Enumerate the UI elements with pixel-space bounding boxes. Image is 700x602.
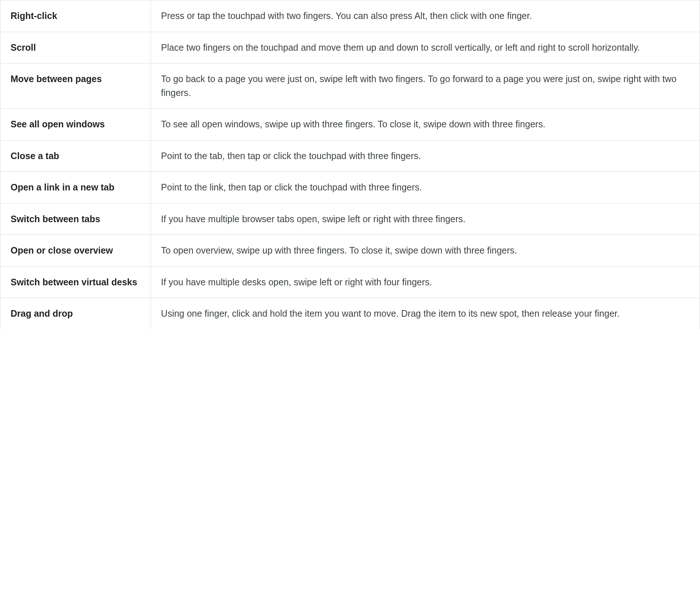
gesture-name-cell: See all open windows: [0, 109, 151, 140]
gesture-desc-cell: Point to the link, then tap or click the…: [151, 172, 700, 204]
gesture-name-cell: Drag and drop: [0, 298, 151, 329]
gesture-name-cell: Close a tab: [0, 140, 151, 172]
table-row: Close a tab Point to the tab, then tap o…: [0, 140, 700, 172]
table-row: Open or close overview To open overview,…: [0, 235, 700, 267]
gesture-name-cell: Open or close overview: [0, 235, 151, 267]
gesture-desc-cell: Place two fingers on the touchpad and mo…: [151, 32, 700, 63]
gesture-name-cell: Switch between virtual desks: [0, 266, 151, 298]
table-row: Switch between virtual desks If you have…: [0, 266, 700, 298]
table-row: Open a link in a new tab Point to the li…: [0, 172, 700, 204]
gesture-desc-cell: To see all open windows, swipe up with t…: [151, 109, 700, 140]
table-row: Right-click Press or tap the touchpad wi…: [0, 0, 700, 32]
gesture-desc-cell: If you have multiple browser tabs open, …: [151, 203, 700, 235]
gesture-name-cell: Open a link in a new tab: [0, 172, 151, 204]
table-row: Scroll Place two fingers on the touchpad…: [0, 32, 700, 63]
gesture-desc-cell: Press or tap the touchpad with two finge…: [151, 0, 700, 32]
gesture-desc-cell: Point to the tab, then tap or click the …: [151, 140, 700, 172]
table-row: See all open windows To see all open win…: [0, 109, 700, 140]
gestures-table-body: Right-click Press or tap the touchpad wi…: [0, 0, 700, 329]
gesture-name-cell: Right-click: [0, 0, 151, 32]
gesture-name-cell: Scroll: [0, 32, 151, 63]
table-row: Drag and drop Using one finger, click an…: [0, 298, 700, 329]
gesture-name-cell: Move between pages: [0, 63, 151, 109]
gesture-desc-cell: To go back to a page you were just on, s…: [151, 63, 700, 109]
gesture-desc-cell: To open overview, swipe up with three fi…: [151, 235, 700, 267]
gesture-name-cell: Switch between tabs: [0, 203, 151, 235]
table-row: Switch between tabs If you have multiple…: [0, 203, 700, 235]
gestures-table: Right-click Press or tap the touchpad wi…: [0, 0, 700, 329]
gesture-desc-cell: Using one finger, click and hold the ite…: [151, 298, 700, 329]
table-row: Move between pages To go back to a page …: [0, 63, 700, 109]
gesture-desc-cell: If you have multiple desks open, swipe l…: [151, 266, 700, 298]
